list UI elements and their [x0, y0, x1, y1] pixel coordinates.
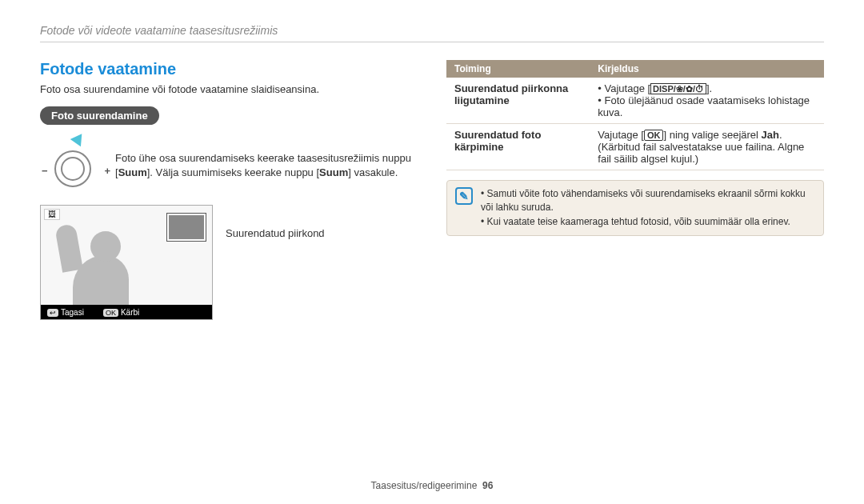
back-button[interactable]: ↩Tagasi — [47, 308, 84, 317]
subsection-pill: Foto suurendamine — [40, 106, 159, 125]
right-column: Toiming Kirjeldus Suurendatud piirkonna … — [446, 60, 824, 320]
photo-thumb-icon: 🖼 — [44, 209, 60, 220]
note-item: Kui vaatate teise kaameraga tehtud fotos… — [481, 215, 815, 229]
page-footer: Taasesitus/redigeerimine 96 — [0, 480, 864, 491]
photo-preview: 🖼 ↩Tagasi OKKärbi — [40, 205, 213, 320]
minus-icon: − — [42, 165, 48, 177]
table-head-desc: Kirjeldus — [590, 60, 824, 78]
desc-cell: Vajutage [OK] ning valige seejärel Jah. … — [590, 124, 824, 170]
left-column: Fotode vaatamine Foto osa suurendamine v… — [40, 60, 418, 320]
dial-icon — [54, 150, 91, 187]
ok-icon: OK — [103, 309, 118, 317]
table-head-action: Toiming — [446, 60, 590, 78]
zoom-instruction: Foto ühe osa suurendamiseks keerake taas… — [115, 151, 418, 180]
zoom-region-caption: Suurendatud piirkond — [226, 227, 325, 239]
zoom-region-rectangle — [167, 214, 206, 241]
desc-cell: • Vajutage [DISP/❀/✿/⏱]. • Foto ülejäänu… — [590, 78, 824, 124]
back-icon: ↩ — [47, 309, 58, 317]
disp-icon: DISP/❀/✿/⏱ — [650, 83, 706, 94]
zoom-dial-illustration: − + — [40, 139, 104, 192]
crop-button[interactable]: OKKärbi — [103, 308, 139, 317]
action-table: Toiming Kirjeldus Suurendatud piirkonna … — [446, 60, 824, 170]
note-icon: ✎ — [455, 187, 473, 205]
ok-icon: OK — [644, 130, 664, 141]
section-title: Fotode vaatamine — [40, 60, 418, 78]
plus-icon: + — [104, 165, 110, 177]
note-box: ✎ Samuti võite foto vähendamiseks või su… — [446, 180, 824, 236]
photo-footer-bar: ↩Tagasi OKKärbi — [41, 305, 212, 319]
table-row: Suurendatud foto kärpimine Vajutage [OK]… — [446, 124, 824, 170]
action-cell: Suurendatud foto kärpimine — [446, 124, 590, 170]
action-cell: Suurendatud piirkonna liigutamine — [446, 78, 590, 124]
breadcrumb: Fotode või videote vaatamine taasesitusr… — [40, 24, 824, 42]
table-row: Suurendatud piirkonna liigutamine • Vaju… — [446, 78, 824, 124]
intro-text: Foto osa suurendamine või fotode vaatami… — [40, 83, 418, 95]
note-item: Samuti võite foto vähendamiseks või suur… — [481, 187, 815, 215]
arrow-icon — [70, 134, 86, 149]
